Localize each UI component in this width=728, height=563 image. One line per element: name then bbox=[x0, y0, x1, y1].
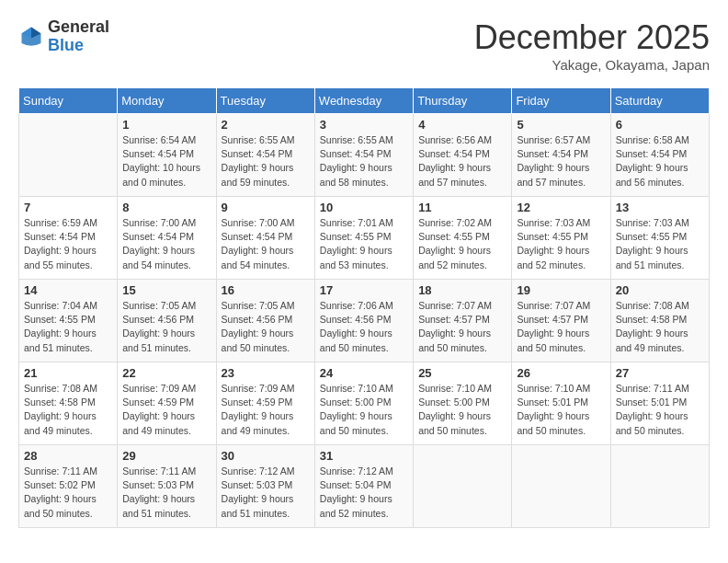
weekday-header: Sunday bbox=[19, 88, 118, 114]
day-number: 20 bbox=[616, 283, 704, 297]
day-info: Sunrise: 6:58 AMSunset: 4:54 PMDaylight:… bbox=[616, 133, 704, 190]
day-info: Sunrise: 7:10 AMSunset: 5:00 PMDaylight:… bbox=[320, 382, 408, 438]
day-info: Sunrise: 7:06 AMSunset: 4:56 PMDaylight:… bbox=[320, 299, 408, 355]
calendar-cell: 7Sunrise: 6:59 AMSunset: 4:54 PMDaylight… bbox=[19, 197, 118, 280]
day-number: 28 bbox=[24, 449, 112, 463]
calendar-cell: 18Sunrise: 7:07 AMSunset: 4:57 PMDayligh… bbox=[414, 280, 512, 362]
calendar-cell: 6Sunrise: 6:58 AMSunset: 4:54 PMDaylight… bbox=[610, 114, 709, 197]
calendar-cell: 23Sunrise: 7:09 AMSunset: 4:59 PMDayligh… bbox=[216, 362, 314, 445]
weekday-header: Monday bbox=[118, 88, 216, 114]
calendar-cell: 24Sunrise: 7:10 AMSunset: 5:00 PMDayligh… bbox=[314, 362, 413, 445]
calendar-cell: 1Sunrise: 6:54 AMSunset: 4:54 PMDaylight… bbox=[118, 114, 216, 197]
day-number: 9 bbox=[222, 201, 310, 214]
day-number: 27 bbox=[616, 366, 704, 380]
calendar-cell: 14Sunrise: 7:04 AMSunset: 4:55 PMDayligh… bbox=[19, 280, 118, 362]
day-info: Sunrise: 7:11 AMSunset: 5:02 PMDaylight:… bbox=[24, 465, 112, 521]
day-number: 3 bbox=[320, 118, 408, 132]
day-info: Sunrise: 7:12 AMSunset: 5:03 PMDaylight:… bbox=[222, 465, 310, 521]
day-number: 1 bbox=[122, 118, 210, 132]
calendar-cell: 22Sunrise: 7:09 AMSunset: 4:59 PMDayligh… bbox=[118, 362, 216, 445]
day-number: 17 bbox=[320, 283, 408, 297]
day-info: Sunrise: 7:07 AMSunset: 4:57 PMDaylight:… bbox=[418, 299, 506, 355]
calendar-cell bbox=[414, 445, 512, 528]
day-number: 24 bbox=[320, 366, 408, 380]
logo: General Blue bbox=[18, 18, 109, 55]
calendar-week-row: 1Sunrise: 6:54 AMSunset: 4:54 PMDaylight… bbox=[19, 114, 710, 197]
day-info: Sunrise: 7:12 AMSunset: 5:04 PMDaylight:… bbox=[320, 465, 408, 521]
day-info: Sunrise: 7:09 AMSunset: 4:59 PMDaylight:… bbox=[122, 382, 210, 438]
day-number: 30 bbox=[222, 449, 310, 463]
calendar-cell bbox=[19, 114, 118, 197]
calendar-table: SundayMondayTuesdayWednesdayThursdayFrid… bbox=[18, 87, 710, 528]
day-info: Sunrise: 7:05 AMSunset: 4:56 PMDaylight:… bbox=[222, 299, 310, 355]
calendar-cell: 4Sunrise: 6:56 AMSunset: 4:54 PMDaylight… bbox=[414, 114, 512, 197]
day-info: Sunrise: 7:10 AMSunset: 5:00 PMDaylight:… bbox=[418, 382, 506, 438]
day-number: 8 bbox=[122, 201, 210, 214]
calendar-cell: 20Sunrise: 7:08 AMSunset: 4:58 PMDayligh… bbox=[610, 280, 709, 362]
calendar-cell: 19Sunrise: 7:07 AMSunset: 4:57 PMDayligh… bbox=[512, 280, 610, 362]
month-title: December 2025 bbox=[474, 18, 710, 57]
calendar-cell: 9Sunrise: 7:00 AMSunset: 4:54 PMDaylight… bbox=[216, 197, 314, 280]
day-number: 10 bbox=[320, 201, 408, 214]
calendar-cell: 31Sunrise: 7:12 AMSunset: 5:04 PMDayligh… bbox=[314, 445, 413, 528]
calendar-cell: 3Sunrise: 6:55 AMSunset: 4:54 PMDaylight… bbox=[314, 114, 413, 197]
day-number: 7 bbox=[24, 201, 112, 214]
day-info: Sunrise: 7:09 AMSunset: 4:59 PMDaylight:… bbox=[222, 382, 310, 438]
calendar-cell: 25Sunrise: 7:10 AMSunset: 5:00 PMDayligh… bbox=[414, 362, 512, 445]
page-header: General Blue December 2025 Yakage, Okaya… bbox=[18, 18, 710, 73]
day-info: Sunrise: 7:03 AMSunset: 4:55 PMDaylight:… bbox=[517, 216, 605, 272]
logo-icon bbox=[18, 24, 44, 50]
calendar-cell: 26Sunrise: 7:10 AMSunset: 5:01 PMDayligh… bbox=[512, 362, 610, 445]
calendar-week-row: 14Sunrise: 7:04 AMSunset: 4:55 PMDayligh… bbox=[19, 280, 710, 362]
day-info: Sunrise: 6:59 AMSunset: 4:54 PMDaylight:… bbox=[24, 216, 112, 272]
weekday-header: Tuesday bbox=[216, 88, 314, 114]
calendar-week-row: 28Sunrise: 7:11 AMSunset: 5:02 PMDayligh… bbox=[19, 445, 710, 528]
day-info: Sunrise: 7:11 AMSunset: 5:01 PMDaylight:… bbox=[616, 382, 704, 438]
title-block: December 2025 Yakage, Okayama, Japan bbox=[474, 18, 710, 73]
day-number: 5 bbox=[517, 118, 605, 132]
day-number: 21 bbox=[24, 366, 112, 380]
day-info: Sunrise: 7:02 AMSunset: 4:55 PMDaylight:… bbox=[418, 216, 506, 272]
location-subtitle: Yakage, Okayama, Japan bbox=[474, 57, 710, 73]
day-number: 19 bbox=[517, 283, 605, 297]
day-info: Sunrise: 7:08 AMSunset: 4:58 PMDaylight:… bbox=[616, 299, 704, 355]
day-info: Sunrise: 7:00 AMSunset: 4:54 PMDaylight:… bbox=[222, 216, 310, 272]
calendar-cell: 28Sunrise: 7:11 AMSunset: 5:02 PMDayligh… bbox=[19, 445, 118, 528]
day-info: Sunrise: 6:55 AMSunset: 4:54 PMDaylight:… bbox=[320, 133, 408, 190]
calendar-cell: 17Sunrise: 7:06 AMSunset: 4:56 PMDayligh… bbox=[314, 280, 413, 362]
calendar-cell: 30Sunrise: 7:12 AMSunset: 5:03 PMDayligh… bbox=[216, 445, 314, 528]
day-info: Sunrise: 7:05 AMSunset: 4:56 PMDaylight:… bbox=[122, 299, 210, 355]
day-number: 13 bbox=[616, 201, 704, 214]
day-number: 26 bbox=[517, 366, 605, 380]
day-number: 23 bbox=[222, 366, 310, 380]
weekday-header: Wednesday bbox=[314, 88, 413, 114]
day-number: 4 bbox=[418, 118, 506, 132]
logo-text: General Blue bbox=[48, 18, 109, 55]
day-info: Sunrise: 7:07 AMSunset: 4:57 PMDaylight:… bbox=[517, 299, 605, 355]
day-number: 16 bbox=[222, 283, 310, 297]
calendar-cell: 11Sunrise: 7:02 AMSunset: 4:55 PMDayligh… bbox=[414, 197, 512, 280]
day-info: Sunrise: 7:04 AMSunset: 4:55 PMDaylight:… bbox=[24, 299, 112, 355]
day-number: 15 bbox=[122, 283, 210, 297]
day-number: 14 bbox=[24, 283, 112, 297]
calendar-cell bbox=[610, 445, 709, 528]
weekday-header-row: SundayMondayTuesdayWednesdayThursdayFrid… bbox=[19, 88, 710, 114]
weekday-header: Saturday bbox=[610, 88, 709, 114]
day-info: Sunrise: 6:55 AMSunset: 4:54 PMDaylight:… bbox=[222, 133, 310, 190]
weekday-header: Thursday bbox=[414, 88, 512, 114]
day-info: Sunrise: 7:11 AMSunset: 5:03 PMDaylight:… bbox=[122, 465, 210, 521]
day-number: 6 bbox=[616, 118, 704, 132]
day-number: 12 bbox=[517, 201, 605, 214]
calendar-cell: 21Sunrise: 7:08 AMSunset: 4:58 PMDayligh… bbox=[19, 362, 118, 445]
day-info: Sunrise: 7:08 AMSunset: 4:58 PMDaylight:… bbox=[24, 382, 112, 438]
day-info: Sunrise: 7:03 AMSunset: 4:55 PMDaylight:… bbox=[616, 216, 704, 272]
calendar-cell: 16Sunrise: 7:05 AMSunset: 4:56 PMDayligh… bbox=[216, 280, 314, 362]
calendar-cell: 10Sunrise: 7:01 AMSunset: 4:55 PMDayligh… bbox=[314, 197, 413, 280]
calendar-week-row: 7Sunrise: 6:59 AMSunset: 4:54 PMDaylight… bbox=[19, 197, 710, 280]
day-info: Sunrise: 7:01 AMSunset: 4:55 PMDaylight:… bbox=[320, 216, 408, 272]
day-number: 2 bbox=[222, 118, 310, 132]
weekday-header: Friday bbox=[512, 88, 610, 114]
day-number: 11 bbox=[418, 201, 506, 214]
day-info: Sunrise: 6:57 AMSunset: 4:54 PMDaylight:… bbox=[517, 133, 605, 190]
day-number: 31 bbox=[320, 449, 408, 463]
